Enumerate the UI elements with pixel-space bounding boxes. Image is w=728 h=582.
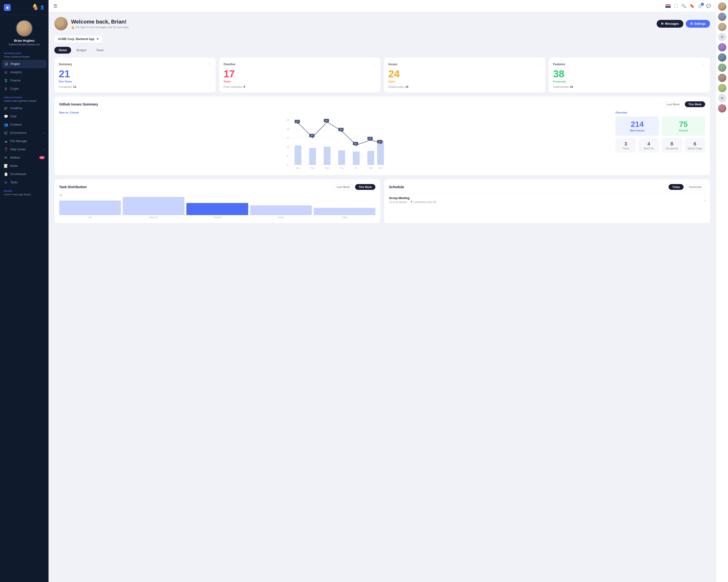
section-sub-pages: Custom made page designs [0,193,49,198]
tomorrow-button[interactable]: Tomorrow [685,184,705,190]
sidebar-item-academy[interactable]: 🎓 Academy [0,104,49,112]
svg-text:9: 9 [287,155,288,157]
summary-cards: Summary ⋮ 21 Due Tasks Completed: 13 Ove… [54,57,710,93]
last-week-button-task[interactable]: Last Week [333,184,354,190]
sidebar-item-contacts[interactable]: 👥 Contacts [0,120,49,129]
right-avatar-7[interactable] [718,74,726,82]
schedule-title: Schedule [389,185,404,189]
fixed-label: Fixed [618,147,633,150]
bar-api: API [59,200,121,219]
avatar [16,20,33,37]
location-icon: 📍 [410,201,413,203]
cart-badge: 5 [701,3,704,6]
event-time: 🕐 in 32 minutes [389,201,407,203]
right-avatar-m1[interactable]: M [718,33,726,41]
today-button[interactable]: Today [669,184,683,190]
features-label: Proposals [553,80,706,83]
sidebar-item-chat[interactable]: 💬 Chat [0,112,49,120]
sidebar-logo[interactable]: ◆ [4,4,11,11]
right-avatar-1[interactable] [718,2,726,11]
sidebar-item-crypto[interactable]: $ Crypto [0,85,49,93]
chevron-right-icon[interactable]: › [704,198,705,202]
github-body: New vs. Closed 45 36 27 18 9 0 [59,111,705,170]
bar-backend: Backend [123,197,184,219]
scrumboard-icon: 📋 [4,172,8,176]
section-sub-applications: Custom made application designs [0,100,49,104]
right-avatar-2[interactable] [718,12,726,21]
last-week-button-github[interactable]: Last Week [663,101,683,107]
right-avatar-5[interactable] [718,53,726,62]
right-avatar-4[interactable] [718,43,726,51]
menu-icon[interactable]: ☰ [53,3,57,9]
right-avatar-8[interactable] [718,84,726,92]
sidebar-item-finance[interactable]: 💲 Finance [0,76,49,85]
wontfix-label: Won't Fix [641,147,656,150]
sidebar-item-helpcenter[interactable]: ❓ Help Center › [0,145,49,154]
this-week-button-task[interactable]: This Week [355,184,375,190]
tab-home[interactable]: Home [54,47,71,54]
notifications-icon[interactable]: 🔔 3 [32,3,37,11]
sidebar-item-project[interactable]: ☑ Project [2,60,47,68]
sidebar-item-label: Tasks [10,181,18,184]
tab-budget[interactable]: Budget [72,47,91,54]
issues-label: Open [388,80,541,83]
sidebar-item-filemanager[interactable]: ☁ File Manager [0,137,49,145]
right-avatar-m2[interactable]: M [718,94,726,102]
messages-button[interactable]: ✉ Messages [657,20,683,28]
card-menu-features[interactable]: ⋮ [702,62,706,66]
topbar: ☰ ⛶ 🔍 🔖 🛒 5 💬 [49,0,716,12]
sidebar-item-label: Notes [10,164,18,168]
sidebar-item-tasks[interactable]: ⊙ Tasks [0,178,49,187]
overview-area: Overview 214 New Issues 75 Closed [616,111,705,170]
mini-stat-fixed: 3 Fixed [616,138,636,153]
sidebar-item-analytics[interactable]: ◎ Analytics [0,68,49,76]
card-menu-issues[interactable]: ⋮ [537,62,541,66]
right-avatar-6[interactable] [718,63,726,72]
right-avatar-3[interactable] [718,23,726,31]
card-issues: Issues ⋮ 24 Open Closed today: 19 [384,57,545,93]
svg-point-37 [355,144,357,146]
github-issues-section: Github Issues Summary Last Week This Wee… [54,96,710,175]
sidebar-item-notes[interactable]: 📝 Notes [0,162,49,170]
section-sub-dashboards: Unique dashboard designs [0,56,49,60]
summary-label: Due Tasks [59,80,211,83]
cart-icon[interactable]: 🛒 5 [698,4,703,8]
messages-icon[interactable]: 💬 [706,4,711,8]
right-panel: M M [716,0,728,582]
sidebar-item-scrumboard[interactable]: 📋 Scrumboard [0,170,49,178]
user-profile-icon[interactable]: 👤 [40,5,45,10]
sidebar-item-label: Finance [10,79,21,82]
project-selector[interactable]: ACME Corp. Backend App ▼ [54,35,103,43]
sidebar-item-ecommerce[interactable]: 🛒 ECommerce › [0,129,49,137]
content-area: Welcome back, Brian! 🔔 You have 2 new me… [49,12,716,582]
task-dist-title: Task Distribution [59,185,87,189]
settings-button[interactable]: ⚙ Settings [686,20,710,28]
overview-label: Overview [616,111,705,114]
summary-number: 21 [59,69,211,79]
card-menu-summary[interactable]: ⋮ [207,62,211,66]
closed-label: Closed [666,129,701,132]
sidebar-header-icons: 🔔 3 👤 [32,3,45,11]
reopened-number: 8 [665,141,679,147]
overview-mini-stats: 3 Fixed 4 Won't Fix 8 Re-opened 6 [616,138,705,153]
sidebar-item-label: Contacts [10,123,22,126]
svg-rect-16 [353,151,360,165]
this-week-button-github[interactable]: This Week [685,101,705,107]
new-issues-number: 214 [619,120,655,128]
closed-stat: 75 Closed [661,116,705,136]
project-name: ACME Corp. Backend App [58,37,95,41]
fullscreen-icon[interactable]: ⛶ [674,4,678,8]
chat-icon: 💬 [4,114,8,118]
flag-icon[interactable] [666,4,671,8]
chevron-right-icon: › [44,148,45,151]
bookmark-icon[interactable]: 🔖 [690,4,695,8]
event-title: Group Meeting [389,196,436,200]
chart-label: New vs. Closed [59,111,610,114]
card-menu-overdue[interactable]: ⋮ [372,62,376,66]
user-email: hughes.brian@company.com [4,43,45,46]
overdue-number: 17 [224,69,376,79]
tab-team[interactable]: Team [92,47,108,54]
sidebar-item-mailbox[interactable]: ✉ Mailbox 27 [0,154,49,162]
search-icon[interactable]: 🔍 [681,4,686,8]
right-avatar-9[interactable] [718,104,726,113]
